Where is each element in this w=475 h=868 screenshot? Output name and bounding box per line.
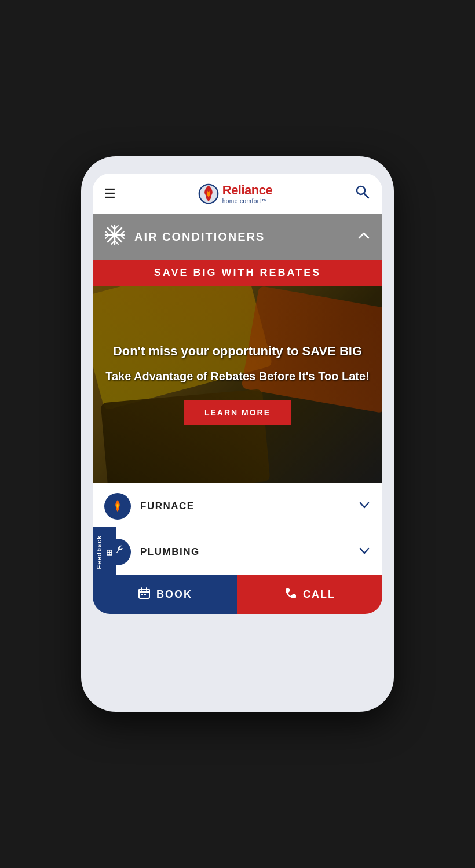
feedback-label: Feedback: [96, 535, 103, 569]
logo-area: Reliance home comfort™: [198, 183, 273, 204]
feedback-icon: ⊞: [104, 549, 114, 556]
promo-image-area: Don't miss your opportunity to SAVE BIG …: [93, 286, 382, 483]
ac-title: AIR CONDITIONERS: [134, 230, 265, 244]
promo-text2: Take Advantage of Rebates Before It's To…: [105, 369, 370, 384]
svg-rect-17: [139, 589, 149, 598]
phone-shell: ☰ Reliance home comfort™: [81, 156, 394, 712]
logo-tagline: home comfort™: [222, 198, 273, 204]
call-label: CALL: [303, 589, 335, 601]
logo-wrap: Reliance home comfort™: [198, 183, 273, 204]
reliance-logo-icon: [198, 183, 219, 204]
logo-text: Reliance home comfort™: [222, 183, 273, 204]
furnace-chevron-down-icon[interactable]: [358, 499, 371, 514]
feedback-tab[interactable]: Feedback ⊞: [93, 527, 116, 578]
book-button[interactable]: BOOK: [93, 575, 237, 614]
logo-brand: Reliance: [222, 183, 273, 197]
promo-content: Don't miss your opportunity to SAVE BIG …: [105, 343, 370, 426]
svg-rect-22: [144, 594, 146, 595]
snowflake-icon: [104, 225, 125, 249]
svg-line-3: [364, 193, 369, 198]
learn-more-button[interactable]: LEARN MORE: [184, 400, 291, 425]
bottom-buttons: BOOK CALL: [93, 575, 382, 614]
promo-text1: Don't miss your opportunity to SAVE BIG: [105, 343, 370, 360]
plumbing-chevron-down-icon[interactable]: [358, 545, 371, 560]
furnace-menu-item[interactable]: FURNACE: [93, 484, 382, 529]
ac-banner[interactable]: AIR CONDITIONERS: [93, 214, 382, 260]
call-button[interactable]: CALL: [237, 575, 382, 614]
menu-icon[interactable]: ☰: [104, 187, 116, 200]
plumbing-label: PLUMBING: [140, 546, 200, 558]
header: ☰ Reliance home comfort™: [93, 174, 382, 214]
promo-header: SAVE BIG WITH REBATES: [93, 260, 382, 286]
call-icon: [284, 587, 297, 602]
promo-banner: SAVE BIG WITH REBATES Don't miss your op…: [93, 260, 382, 483]
book-icon: [138, 587, 151, 602]
svg-rect-21: [141, 594, 143, 595]
furnace-label: FURNACE: [140, 501, 195, 512]
plumbing-item-left: PLUMBING: [104, 539, 200, 565]
menu-section: FURNACE Feedback ⊞: [93, 484, 382, 575]
search-icon[interactable]: [355, 184, 371, 204]
furnace-icon: [104, 493, 131, 520]
ac-banner-left: AIR CONDITIONERS: [104, 225, 265, 249]
phone-screen: ☰ Reliance home comfort™: [93, 174, 382, 614]
chevron-up-icon[interactable]: [357, 229, 371, 246]
furnace-item-left: FURNACE: [104, 493, 195, 520]
book-label: BOOK: [156, 589, 192, 601]
plumbing-menu-item[interactable]: Feedback ⊞ PLUMBING: [93, 529, 382, 575]
